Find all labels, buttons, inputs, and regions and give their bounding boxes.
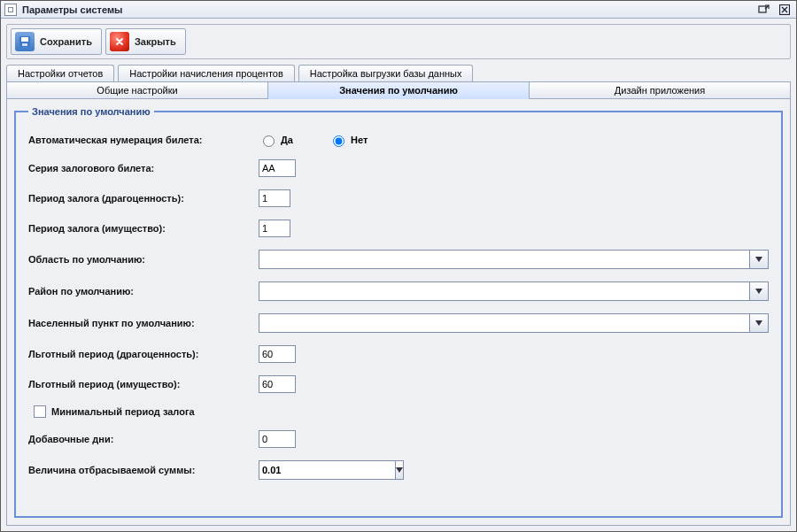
grace-property-input[interactable] xyxy=(259,375,296,393)
discard-input[interactable] xyxy=(259,460,395,480)
close-button-label: Закрыть xyxy=(135,36,176,47)
tab-defaults[interactable]: Значения по умолчанию xyxy=(268,81,530,99)
chevron-down-icon xyxy=(396,467,403,473)
app-icon xyxy=(4,4,17,16)
district-input[interactable] xyxy=(259,281,749,301)
min-period-label: Минимальный период залога xyxy=(51,406,195,417)
town-combo[interactable] xyxy=(259,313,769,333)
tab-panel: Значения по умолчанию Автоматическая нум… xyxy=(6,99,791,526)
period-precious-input[interactable] xyxy=(259,189,290,207)
close-button[interactable]: Закрыть xyxy=(105,28,186,55)
grace-precious-input[interactable] xyxy=(259,345,296,363)
label-grace-precious: Льготный период (драгоценность): xyxy=(28,349,250,359)
form: Автоматическая нумерация билета: Да Нет … xyxy=(28,133,769,480)
region-combo[interactable] xyxy=(259,250,769,269)
save-icon xyxy=(15,32,35,51)
radio-yes-input[interactable] xyxy=(263,135,275,147)
group-legend: Значения по умолчанию xyxy=(28,106,154,117)
radio-yes[interactable]: Да xyxy=(259,133,293,147)
chevron-down-icon xyxy=(755,320,762,326)
extra-days-input[interactable] xyxy=(259,430,296,448)
discard-dropdown-button[interactable] xyxy=(395,460,404,480)
tab-general[interactable]: Общие настройки xyxy=(6,81,268,99)
label-discard-amount: Величина отбрасываемой суммы: xyxy=(28,465,250,475)
radio-no[interactable]: Нет xyxy=(329,133,368,147)
window-buttons xyxy=(755,3,793,17)
label-period-precious: Период залога (драгоценность): xyxy=(28,193,250,204)
toolbar-wrap: Сохранить Закрыть xyxy=(1,19,796,65)
titlebar: Параметры системы xyxy=(1,1,796,19)
label-town: Населенный пункт по умолчанию: xyxy=(28,318,250,328)
window-title: Параметры системы xyxy=(22,4,755,15)
maximize-icon[interactable] xyxy=(755,3,771,17)
region-dropdown-button[interactable] xyxy=(749,250,769,269)
save-button-label: Сохранить xyxy=(40,36,92,47)
toolbar: Сохранить Закрыть xyxy=(6,24,791,59)
tabs-row-1: Настройки отчетов Настройки начисления п… xyxy=(6,65,791,81)
region-input[interactable] xyxy=(259,250,749,269)
defaults-group: Значения по умолчанию Автоматическая нум… xyxy=(14,106,783,518)
radio-yes-label: Да xyxy=(281,135,293,145)
discard-combo[interactable] xyxy=(259,460,400,480)
label-auto-numbering: Автоматическая нумерация билета: xyxy=(28,135,250,145)
series-input[interactable] xyxy=(259,159,296,177)
radio-no-label: Нет xyxy=(351,135,368,145)
cancel-icon xyxy=(110,32,129,51)
label-grace-property: Льготный период (имущество): xyxy=(28,379,250,389)
period-property-input[interactable] xyxy=(259,220,290,237)
label-extra-days: Добавочные дни: xyxy=(28,434,250,444)
min-period-row[interactable]: Минимальный период залога xyxy=(28,405,769,418)
tab-design[interactable]: Дизайн приложения xyxy=(530,81,791,99)
svg-rect-0 xyxy=(759,6,766,12)
tab-reports[interactable]: Настройки отчетов xyxy=(6,65,114,81)
label-district: Район по умолчанию: xyxy=(28,286,250,297)
tabs-row-2: Общие настройки Значения по умолчанию Ди… xyxy=(6,81,791,99)
chevron-down-icon xyxy=(755,289,762,294)
tab-export[interactable]: Настройка выгрузки базы данных xyxy=(298,65,474,81)
tab-interest[interactable]: Настройки начисления процентов xyxy=(118,65,295,81)
chevron-down-icon xyxy=(755,257,762,262)
svg-rect-4 xyxy=(22,43,27,46)
town-dropdown-button[interactable] xyxy=(749,313,769,333)
district-combo[interactable] xyxy=(259,281,769,301)
radio-no-input[interactable] xyxy=(333,135,344,147)
label-period-property: Период залога (имущество): xyxy=(28,223,250,234)
save-button[interactable]: Сохранить xyxy=(11,28,102,55)
auto-numbering-radios: Да Нет xyxy=(259,133,769,147)
close-icon[interactable] xyxy=(777,3,793,17)
label-series: Серия залогового билета: xyxy=(28,163,250,173)
town-input[interactable] xyxy=(259,313,749,333)
label-region: Область по умолчанию: xyxy=(28,254,250,265)
tabs-area: Настройки отчетов Настройки начисления п… xyxy=(1,65,796,531)
district-dropdown-button[interactable] xyxy=(749,281,769,301)
svg-rect-3 xyxy=(21,37,28,42)
window: Параметры системы Сохранить Закрыть xyxy=(0,0,797,532)
min-period-checkbox[interactable] xyxy=(34,405,46,418)
